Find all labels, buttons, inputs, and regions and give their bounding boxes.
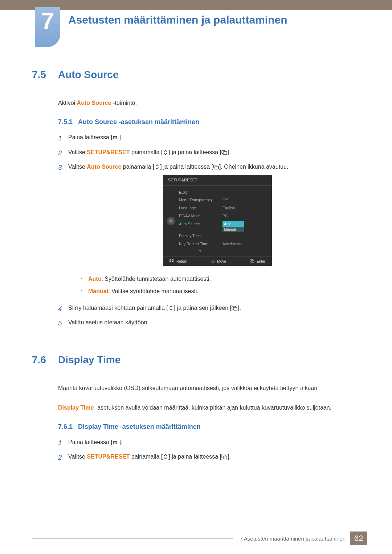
text: Return <box>176 259 187 264</box>
menu-symbol: m <box>113 134 118 140</box>
intro-text: Aktivoi Auto Source -toiminto. <box>58 99 367 107</box>
text: ]. Oheinen ikkuna avautuu. <box>219 164 288 170</box>
osd-row-transparency: Menu TransparencyOff <box>179 196 272 204</box>
text: ]. <box>228 454 231 460</box>
svg-rect-6 <box>170 261 171 262</box>
step-text: Valitse Auto Source painamalla [] ja pai… <box>68 163 367 299</box>
text: ] ja paina laitteessa [ <box>168 454 221 460</box>
osd-title: SETUP&RESET <box>163 175 272 186</box>
updown-icon <box>163 454 168 460</box>
highlight-auto-source: Auto Source <box>77 100 111 106</box>
section-75-heading: 7.5 Auto Source <box>32 69 367 81</box>
intro-text-76: Määritä kuvaruutuvalikko (OSD) sulkeutum… <box>58 384 367 393</box>
section-number: 7.6 <box>32 354 58 366</box>
osd-label: Auto Source <box>179 221 222 227</box>
step-5: 5 Valittu asetus otetaan käyttöön. <box>58 318 367 329</box>
footer-rule <box>32 538 233 539</box>
step-number: 2 <box>58 452 68 463</box>
svg-rect-4 <box>170 259 171 260</box>
text: ]. <box>119 439 123 445</box>
osd-value: Acceleration <box>222 241 255 247</box>
enter-icon <box>232 305 238 311</box>
enter-icon <box>221 149 228 155</box>
enter-icon <box>221 454 228 460</box>
text: Move <box>217 259 226 264</box>
osd-row-displaytime: Display Time <box>179 232 272 240</box>
step-number: 2 <box>58 148 68 159</box>
section-76-heading: 7.6 Display Time <box>32 354 367 366</box>
subsection-number: 7.5.1 <box>58 118 78 126</box>
text: Paina laitteessa [ <box>68 439 113 445</box>
page-footer: 7 Asetusten määrittäminen ja palauttamin… <box>32 532 392 545</box>
section-title: Auto Source <box>58 69 118 81</box>
enter-icon <box>250 259 255 263</box>
text: Paina laitteessa [ <box>68 134 113 140</box>
osd-row-eco: ECO <box>179 189 272 197</box>
menu-icon <box>170 259 175 263</box>
step-number: 1 <box>58 133 68 144</box>
footer-chapter-text: 7 Asetusten määrittäminen ja palauttamin… <box>240 535 346 542</box>
osd-footer-enter: Enter <box>250 259 265 264</box>
chapter-title: Asetusten määrittäminen ja palauttaminen <box>68 14 287 26</box>
osd-value <box>222 233 255 239</box>
text: painamalla [ <box>130 149 163 155</box>
text: Valitse <box>68 149 87 155</box>
text: Siirry haluamaasi kohtaan painamalla [ <box>68 305 168 311</box>
updown-icon <box>154 164 160 170</box>
page-number: 62 <box>350 532 367 545</box>
osd-value: PC <box>222 213 255 219</box>
highlight-setup-reset: SETUP&RESET <box>87 149 130 155</box>
step-text: Valitse SETUP&RESET painamalla [] ja pai… <box>68 148 367 157</box>
highlight-setup-reset: SETUP&RESET <box>87 454 130 460</box>
osd-value: English <box>222 205 255 211</box>
osd-label: Language <box>179 205 222 211</box>
text: : Syöttölähde tunnistetaan automaattises… <box>101 275 211 283</box>
text: ] ja paina laitteessa [ <box>160 164 213 170</box>
page-content: 7.5 Auto Source Aktivoi Auto Source -toi… <box>32 69 367 467</box>
osd-value-selected: Auto <box>222 221 244 227</box>
osd-footer: Return Move Enter <box>163 257 272 266</box>
chevron-down-icon: ▾ <box>179 248 272 254</box>
text: : Valitse syöttölähde manuaalisesti. <box>108 287 199 296</box>
step-1: 1 Paina laitteessa [m ]. <box>58 438 367 448</box>
osd-label: ECO <box>179 190 222 196</box>
text: Enter <box>257 259 265 264</box>
steps-list-75: 1 Paina laitteessa [m ]. 2 Valitse SETUP… <box>58 133 367 329</box>
subsection-title: Auto Source -asetuksen määrittäminen <box>78 118 199 126</box>
svg-rect-7 <box>172 261 173 262</box>
osd-value <box>222 190 255 196</box>
para2-76: Display Time -asetuksen avulla voidaan m… <box>58 403 367 412</box>
svg-rect-9 <box>251 260 254 263</box>
bullet-manual: Manual: Valitse syöttölähde manuaalisest… <box>81 287 367 296</box>
osd-secondary-option: Manual <box>179 227 272 232</box>
text: Valitse <box>68 164 87 170</box>
osd-icon-column <box>163 189 179 254</box>
osd-row-language: LanguageEnglish <box>179 204 272 212</box>
bullet-auto: Auto: Syöttölähde tunnistetaan automaatt… <box>81 275 367 283</box>
highlight-auto-source: Auto Source <box>87 164 121 170</box>
updown-icon <box>163 149 168 155</box>
text: Aktivoi <box>58 100 77 106</box>
step-text: Siirry haluamaasi kohtaan painamalla [] … <box>68 304 367 312</box>
menu-symbol: m <box>113 439 118 445</box>
updown-icon <box>168 305 174 311</box>
text: ] ja paina laitteessa [ <box>168 149 221 155</box>
osd-row-keyrepeat: Key Repeat TimeAcceleration <box>179 240 272 248</box>
text: painamalla [ <box>121 164 154 170</box>
chapter-badge: 7 <box>35 7 60 47</box>
step-1: 1 Paina laitteessa [m ]. <box>58 133 367 144</box>
osd-row-pcav: PC/AV ModePC <box>179 212 272 220</box>
highlight-manual: Manual <box>88 287 108 296</box>
section-number: 7.5 <box>32 69 58 81</box>
text: ]. <box>119 134 123 140</box>
osd-footer-move: Move <box>211 259 226 264</box>
chapter-number: 7 <box>41 7 54 34</box>
text: -toiminto. <box>111 100 137 106</box>
osd-body: ECO Menu TransparencyOff LanguageEnglish… <box>163 186 272 257</box>
step-text: Paina laitteessa [m ]. <box>68 133 367 142</box>
osd-option-manual: Manual <box>222 227 244 232</box>
osd-footer-return: Return <box>170 259 187 264</box>
osd-label: Key Repeat Time <box>179 241 222 247</box>
step-number: 5 <box>58 318 68 329</box>
step-number: 4 <box>58 304 68 314</box>
